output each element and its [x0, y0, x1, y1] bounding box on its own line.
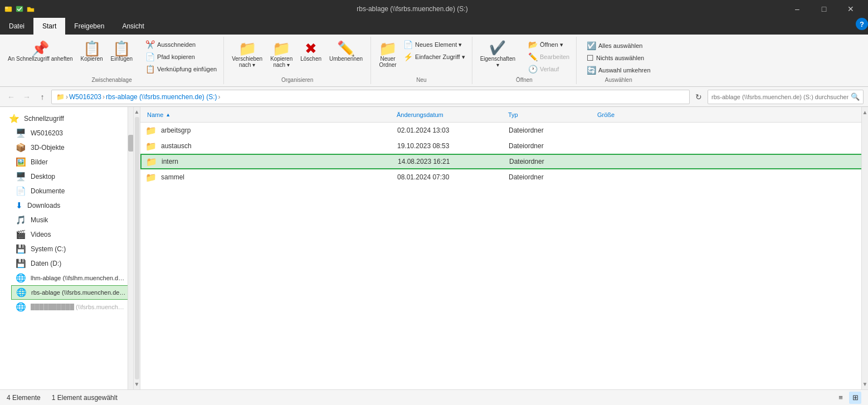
file-type-sammel: Dateiordner: [509, 173, 598, 181]
file-list-header: Name ▲ Änderungsdatum Typ Größe: [140, 107, 868, 123]
sidebar-label-videos: Videos: [31, 231, 51, 238]
move-button[interactable]: 📁 Verschiebennach ▾: [228, 39, 266, 70]
sidebar-label-rbs-homes: ██████████ (\\fsrbs.muenchen.de\rbs-home…: [31, 304, 125, 310]
tab-start[interactable]: Start: [33, 18, 65, 35]
window-controls: – □ ✕: [784, 0, 864, 18]
delete-button[interactable]: ✖ Löschen: [297, 39, 325, 64]
folder-icon-arbeitsgrp: 📁: [145, 125, 157, 136]
open-icon: 📂: [528, 40, 538, 49]
easy-access-button[interactable]: ⚡ Einfacher Zugriff ▾: [401, 51, 467, 62]
help-button[interactable]: ?: [856, 18, 868, 30]
file-area-scrollbar[interactable]: ▲ ▼: [861, 107, 868, 389]
sidebar-item-desktop[interactable]: 🖥️ Desktop: [11, 169, 133, 184]
sidebar-label-daten-d: Daten (D:): [31, 260, 61, 267]
close-button[interactable]: ✕: [838, 0, 864, 18]
file-type-austausch: Dateiordner: [509, 142, 598, 150]
sidebar-item-bilder[interactable]: 🖼️ Bilder: [11, 155, 133, 169]
file-date-austausch: 19.10.2023 08:53: [397, 142, 509, 150]
path-rbs-ablage[interactable]: rbs-ablage (\\fsrbs.muenchen.de) (S:): [106, 93, 217, 101]
list-view-button[interactable]: ⊞: [849, 392, 861, 404]
sidebar-label-schnellzugriff: Schnellzugriff: [24, 115, 64, 123]
path-w5016203[interactable]: W5016203: [69, 93, 101, 101]
sidebar-item-3d-objekte[interactable]: 📦 3D-Objekte: [11, 140, 133, 155]
column-type[interactable]: Typ: [508, 111, 597, 118]
column-name[interactable]: Name ▲: [140, 111, 397, 118]
properties-button[interactable]: ✔️ Eigenschaften▾: [477, 39, 519, 69]
sidebar-item-rbs-ablage[interactable]: 🌐 rbs-ablage (\\fsrbs.muenchen.de) (S:): [11, 285, 133, 300]
sidebar-item-rbs-homes[interactable]: 🌐 ██████████ (\\fsrbs.muenchen.de\rbs-ho…: [11, 300, 133, 314]
table-row[interactable]: 📁 intern 14.08.2023 16:21 Dateiordner: [140, 154, 868, 169]
column-date[interactable]: Änderungsdatum: [397, 111, 508, 118]
sidebar-item-system-c[interactable]: 💾 System (C:): [11, 242, 133, 256]
sidebar-item-dokumente[interactable]: 📄 Dokumente: [11, 184, 133, 198]
invert-selection-button[interactable]: 🔄 Auswahl umkehren: [584, 65, 653, 76]
cut-button[interactable]: ✂️ Ausschneiden: [143, 39, 219, 50]
sidebar-item-schnellzugriff[interactable]: ⭐ Schnellzugriff: [0, 111, 133, 126]
file-list-container: Name ▲ Änderungsdatum Typ Größe 📁 arbeit…: [140, 107, 868, 389]
view-buttons: ≡ ⊞: [835, 392, 861, 404]
sidebar-item-lhm-ablage[interactable]: 🌐 lhm-ablage (\\fslhm.muenchen.de) (L:): [11, 271, 133, 285]
forward-button[interactable]: →: [20, 90, 33, 104]
vscroll-down[interactable]: ▼: [862, 381, 868, 387]
sidebar: ⭐ Schnellzugriff 🖥️ W5016203 📦 3D-Objekt…: [0, 107, 134, 389]
pin-icon: 📌: [31, 41, 49, 56]
search-icon[interactable]: 🔍: [851, 92, 860, 101]
pictures-icon: 🖼️: [16, 157, 26, 167]
select-all-icon: ☑️: [587, 41, 596, 50]
tab-ansicht[interactable]: Ansicht: [113, 18, 153, 35]
sidebar-item-w5016203[interactable]: 🖥️ W5016203: [11, 126, 133, 140]
history-icon: 🕐: [528, 65, 538, 74]
shortcut-button[interactable]: 📋 Verknüpfung einfügen: [143, 64, 219, 75]
pin-button[interactable]: 📌 An Schnellzugriff anheften: [4, 39, 76, 65]
tab-datei[interactable]: Datei: [0, 18, 33, 35]
folder-icon-sammel: 📁: [145, 172, 157, 183]
file-name-sammel: 📁 sammel: [141, 172, 397, 183]
sidebar-label-desktop: Desktop: [31, 173, 55, 180]
history-button[interactable]: 🕐 Verlauf: [526, 64, 572, 75]
scroll-thumb[interactable]: [135, 117, 139, 379]
sidebar-item-videos[interactable]: 🎬 Videos: [11, 227, 133, 242]
refresh-button[interactable]: ↻: [692, 90, 705, 104]
sidebar-item-downloads[interactable]: ⬇ Downloads: [11, 198, 133, 213]
sidebar-scrollbar-thumb[interactable]: [128, 135, 134, 152]
sidebar-item-musik[interactable]: 🎵 Musik: [11, 213, 133, 227]
copy-path-button[interactable]: 📄 Pfad kopieren: [143, 51, 219, 62]
ribbon-group-organisieren: 📁 Verschiebennach ▾ 📁 Kopierennach ▾ ✖ L…: [224, 37, 371, 84]
select-all-button[interactable]: ☑️ Alles auswählen: [584, 40, 653, 51]
easy-access-icon: ⚡: [403, 52, 413, 61]
details-view-button[interactable]: ≡: [835, 392, 847, 404]
star-icon: ⭐: [9, 114, 19, 124]
folder-icon-austausch: 📁: [145, 141, 157, 152]
scroll-down-arrow[interactable]: ▼: [134, 382, 140, 387]
ribbon-group-zwischenablage: 📌 An Schnellzugriff anheften 📋 Kopieren …: [0, 37, 224, 84]
open-button[interactable]: 📂 Öffnen ▾: [526, 39, 572, 50]
vscroll-up[interactable]: ▲: [862, 109, 868, 115]
rename-button[interactable]: ✏️ Umbenennen: [326, 39, 366, 64]
file-area-scrollbar-left[interactable]: ▲ ▼: [134, 107, 140, 389]
edit-button[interactable]: ✏️ Bearbeiten: [526, 51, 572, 62]
svg-rect-1: [5, 7, 8, 9]
copy-button[interactable]: 📋 Kopieren: [77, 39, 106, 64]
search-input[interactable]: [711, 94, 849, 100]
minimize-button[interactable]: –: [784, 0, 810, 18]
select-none-button[interactable]: ☐ Nichts auswählen: [584, 52, 653, 64]
new-folder-button[interactable]: 📁 NeuerOrdner: [376, 39, 400, 70]
table-row[interactable]: 📁 sammel 08.01.2024 07:30 Dateiordner: [140, 169, 868, 185]
paste-button[interactable]: 📋 Einfügen: [108, 39, 136, 64]
maximize-button[interactable]: □: [811, 0, 837, 18]
column-size[interactable]: Größe: [597, 111, 664, 118]
up-button[interactable]: ↑: [36, 90, 49, 104]
copy-icon: 📋: [83, 41, 101, 56]
address-path[interactable]: 📁 › W5016203 › rbs-ablage (\\fsrbs.muenc…: [51, 90, 690, 104]
scroll-up-arrow[interactable]: ▲: [134, 109, 140, 115]
sidebar-scrollbar[interactable]: [128, 107, 133, 389]
new-item-button[interactable]: 📄 Neues Element ▾: [401, 39, 467, 50]
sidebar-item-daten-d[interactable]: 💾 Daten (D:): [11, 256, 133, 271]
table-row[interactable]: 📁 austausch 19.10.2023 08:53 Dateiordner: [140, 138, 868, 154]
drive-c-icon: 💾: [16, 244, 26, 254]
copy-to-button[interactable]: 📁 Kopierennach ▾: [267, 39, 296, 70]
table-row[interactable]: 📁 arbeitsgrp 02.01.2024 13:03 Dateiordne…: [140, 123, 868, 138]
back-button[interactable]: ←: [4, 90, 18, 104]
tab-freigeben[interactable]: Freigeben: [65, 18, 113, 35]
file-type-intern: Dateiordner: [509, 158, 598, 165]
